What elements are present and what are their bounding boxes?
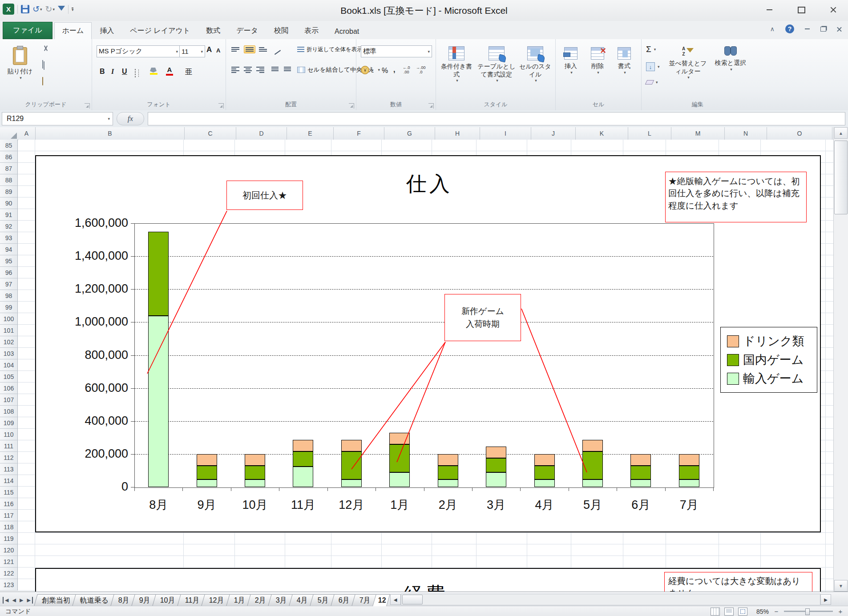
next-sheet-button[interactable]: ▶ bbox=[18, 597, 24, 604]
column-header-J[interactable]: J bbox=[531, 127, 576, 140]
scroll-right-button[interactable]: ▶ bbox=[820, 594, 831, 605]
expenses-chart-partial[interactable]: 経費 経費については大きな変動はありません bbox=[35, 568, 821, 592]
align-middle-button[interactable] bbox=[244, 45, 255, 53]
orientation-button[interactable] bbox=[271, 45, 281, 55]
ribbon-tab-ページ レイアウト[interactable]: ページ レイアウト bbox=[122, 22, 198, 39]
column-header-G[interactable]: G bbox=[384, 127, 435, 140]
ribbon-tab-表示[interactable]: 表示 bbox=[296, 22, 327, 39]
autosum-button[interactable]: Σ ▾ bbox=[646, 44, 656, 54]
scroll-up-button[interactable]: ▲ bbox=[834, 127, 848, 139]
column-header-C[interactable]: C bbox=[185, 127, 236, 140]
sheet-tab-軌道乗る[interactable]: 軌道乗る bbox=[72, 594, 117, 606]
annotation-first-purchase[interactable]: 初回仕入★ bbox=[226, 181, 303, 210]
row-header-113[interactable]: 113 bbox=[0, 463, 18, 475]
column-header-F[interactable]: F bbox=[334, 127, 384, 140]
dialog-launcher-icon[interactable] bbox=[428, 103, 434, 109]
align-right-button[interactable] bbox=[256, 67, 264, 73]
dialog-launcher-icon[interactable] bbox=[85, 103, 90, 109]
dialog-launcher-icon[interactable] bbox=[349, 103, 354, 109]
clear-button[interactable]: ▾ bbox=[646, 80, 658, 85]
percent-style-button[interactable]: % bbox=[380, 66, 390, 76]
column-header-I[interactable]: I bbox=[480, 127, 531, 140]
sort-filter-button[interactable]: A Z 並べ替えとフィルター ▾ bbox=[666, 43, 709, 80]
accounting-format-button[interactable]: ¥ ▾ bbox=[361, 66, 374, 74]
sheet-tab-創業当初[interactable]: 創業当初 bbox=[34, 594, 78, 606]
row-header-90[interactable]: 90 bbox=[0, 197, 18, 209]
row-header-103[interactable]: 103 bbox=[0, 348, 18, 359]
font-color-button[interactable]: A bbox=[166, 66, 173, 76]
column-header-N[interactable]: N bbox=[725, 127, 767, 140]
decrease-decimal-button[interactable]: →.00 .0 bbox=[416, 66, 426, 75]
copy-button[interactable] bbox=[42, 60, 43, 68]
paste-button[interactable]: 貼り付け ▾ bbox=[4, 44, 36, 81]
italic-button[interactable]: I bbox=[109, 67, 116, 76]
row-header-99[interactable]: 99 bbox=[0, 302, 18, 313]
formula-input[interactable] bbox=[148, 112, 845, 125]
vertical-scrollbar[interactable]: ▲ ▼ bbox=[833, 127, 848, 592]
annotation-expense-note[interactable]: 経費については大きな変動はありません bbox=[664, 572, 812, 592]
row-header-95[interactable]: 95 bbox=[0, 255, 18, 267]
row-header-100[interactable]: 100 bbox=[0, 313, 18, 325]
zoom-level[interactable]: 85% bbox=[752, 608, 769, 615]
row-header-87[interactable]: 87 bbox=[0, 163, 18, 174]
format-cells-button[interactable]: 書式 ▾ bbox=[612, 44, 637, 75]
name-box[interactable]: R129 ▾ bbox=[2, 112, 113, 125]
row-header-117[interactable]: 117 bbox=[0, 510, 18, 521]
cell-styles-button[interactable]: セルのスタイル ▾ bbox=[519, 43, 552, 83]
workbook-restore-icon[interactable] bbox=[820, 27, 826, 32]
row-header-109[interactable]: 109 bbox=[0, 417, 18, 429]
select-all-corner[interactable] bbox=[0, 127, 18, 140]
page-layout-view-button[interactable] bbox=[724, 608, 734, 616]
page-break-view-button[interactable] bbox=[738, 608, 747, 616]
zoom-slider-thumb[interactable] bbox=[805, 608, 810, 615]
row-header-104[interactable]: 104 bbox=[0, 359, 18, 371]
workbook-minimize-icon[interactable] bbox=[805, 28, 810, 29]
fill-button[interactable]: ↓ ▾ bbox=[646, 62, 660, 71]
align-center-button[interactable] bbox=[244, 67, 252, 73]
sheet-tab-active[interactable]: 12 bbox=[372, 594, 390, 606]
row-header-120[interactable]: 120 bbox=[0, 544, 18, 556]
row-header-107[interactable]: 107 bbox=[0, 394, 18, 406]
normal-view-button[interactable] bbox=[711, 608, 720, 616]
zoom-in-button[interactable]: + bbox=[837, 608, 844, 615]
first-sheet-button[interactable]: ◀ bbox=[3, 597, 10, 604]
number-format-combo[interactable]: 標準 ▾ bbox=[361, 45, 432, 57]
horizontal-scroll-thumb[interactable] bbox=[402, 595, 423, 604]
row-header-92[interactable]: 92 bbox=[0, 221, 18, 232]
horizontal-scroll-track[interactable] bbox=[401, 594, 820, 605]
delete-cells-button[interactable]: 削除 ▾ bbox=[585, 44, 610, 75]
ribbon-tab-ホーム[interactable]: ホーム bbox=[54, 22, 92, 39]
row-header-98[interactable]: 98 bbox=[0, 290, 18, 302]
horizontal-scrollbar[interactable]: ◀ ▶ bbox=[390, 594, 831, 605]
column-header-K[interactable]: K bbox=[576, 127, 628, 140]
insert-cells-button[interactable]: 挿入 ▾ bbox=[558, 44, 583, 75]
close-button[interactable] bbox=[827, 4, 840, 15]
grow-font-button[interactable]: A bbox=[204, 44, 214, 55]
comma-style-button[interactable]: , bbox=[391, 65, 397, 75]
help-icon[interactable]: ? bbox=[785, 24, 794, 33]
column-header-M[interactable]: M bbox=[671, 127, 725, 140]
zoom-out-button[interactable]: − bbox=[773, 608, 779, 615]
row-header-115[interactable]: 115 bbox=[0, 487, 18, 498]
row-header-116[interactable]: 116 bbox=[0, 498, 18, 510]
zoom-slider[interactable] bbox=[784, 611, 833, 612]
row-header-105[interactable]: 105 bbox=[0, 371, 18, 382]
row-header-108[interactable]: 108 bbox=[0, 406, 18, 417]
row-header-85[interactable]: 85 bbox=[0, 140, 18, 151]
row-header-96[interactable]: 96 bbox=[0, 267, 18, 278]
font-size-combo[interactable]: 11 ▾ bbox=[179, 45, 205, 57]
row-header-111[interactable]: 111 bbox=[0, 440, 18, 452]
annotation-new-games[interactable]: 新作ゲーム 入荷時期 bbox=[444, 294, 521, 341]
fill-color-button[interactable] bbox=[150, 68, 157, 75]
column-header-O[interactable]: O bbox=[767, 127, 832, 140]
row-header-93[interactable]: 93 bbox=[0, 232, 18, 244]
maximize-button[interactable] bbox=[795, 4, 808, 15]
column-header-H[interactable]: H bbox=[435, 127, 480, 140]
row-header-123[interactable]: 123 bbox=[0, 579, 18, 591]
insert-function-button[interactable]: fx bbox=[117, 112, 144, 125]
previous-sheet-button[interactable]: ◀ bbox=[11, 597, 17, 604]
format-as-table-button[interactable]: テーブルとして書式設定 ▾ bbox=[476, 43, 517, 83]
row-header-91[interactable]: 91 bbox=[0, 209, 18, 221]
row-header-106[interactable]: 106 bbox=[0, 382, 18, 394]
minimize-ribbon-icon[interactable]: ∧ bbox=[770, 25, 775, 32]
